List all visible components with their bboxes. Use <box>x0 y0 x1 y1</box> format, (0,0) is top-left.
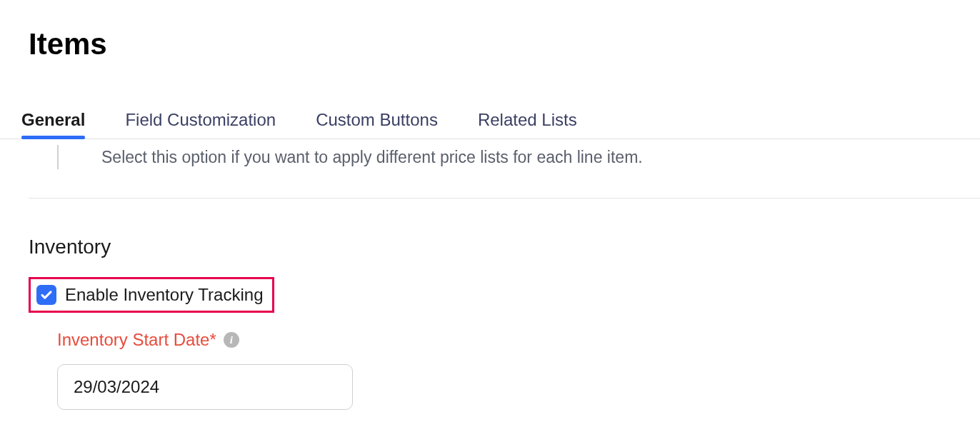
inventory-start-date-input[interactable] <box>57 364 353 410</box>
tabs-bar: General Field Customization Custom Butto… <box>0 110 980 139</box>
price-list-helper-text: Select this option if you want to apply … <box>83 146 643 167</box>
section-divider <box>29 198 980 199</box>
helper-rule <box>57 145 83 169</box>
info-icon[interactable]: i <box>224 332 239 348</box>
tab-custom-buttons[interactable]: Custom Buttons <box>316 110 438 139</box>
enable-inventory-tracking-row[interactable]: Enable Inventory Tracking <box>29 277 274 313</box>
tab-related-lists[interactable]: Related Lists <box>478 110 577 139</box>
content-area: Select this option if you want to apply … <box>0 139 980 410</box>
inventory-start-date-label: Inventory Start Date* <box>57 330 216 350</box>
tab-field-customization[interactable]: Field Customization <box>125 110 276 139</box>
enable-inventory-tracking-label: Enable Inventory Tracking <box>65 285 264 305</box>
tab-general[interactable]: General <box>21 110 85 139</box>
check-icon <box>40 288 53 301</box>
inventory-section-title: Inventory <box>29 236 980 258</box>
price-list-helper-row: Select this option if you want to apply … <box>29 139 980 169</box>
inventory-start-date-field: Inventory Start Date* i <box>57 330 980 410</box>
page-title: Items <box>0 0 980 61</box>
enable-inventory-tracking-checkbox[interactable] <box>36 285 56 305</box>
